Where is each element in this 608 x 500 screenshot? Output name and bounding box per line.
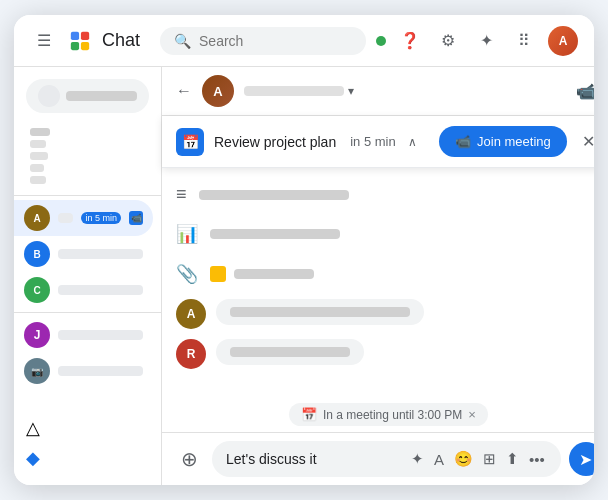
compose-button[interactable] xyxy=(26,79,149,113)
upload-button[interactable]: ⬆ xyxy=(504,448,521,470)
meeting-banner-icon: 📅 xyxy=(176,128,204,156)
message-row-incoming-2: R xyxy=(176,339,594,369)
menu-button[interactable]: ☰ xyxy=(30,27,58,55)
msg-text-1 xyxy=(230,307,410,317)
join-meeting-button[interactable]: 📹 Join meeting xyxy=(439,126,567,157)
msg-text-2 xyxy=(230,347,350,357)
chat-name-row: ▾ xyxy=(244,84,561,98)
calendar-icon-row[interactable]: ◆ xyxy=(26,447,149,469)
msg-avatar-2: R xyxy=(176,339,206,369)
meeting-time: in 5 min xyxy=(350,134,396,149)
message-row-incoming-1: A xyxy=(176,299,594,329)
sidebar-item-text xyxy=(58,249,143,259)
plus-icon: ⊕ xyxy=(181,447,198,471)
meeting-status-close-button[interactable]: × xyxy=(468,407,476,422)
meeting-banner: 📅 Review project plan in 5 min ∧ 📹 Join … xyxy=(162,116,594,168)
message-icon-row-1: ≡ xyxy=(176,180,594,209)
meet-icon-badge: 📹 xyxy=(129,211,143,225)
close-banner-button[interactable]: ✕ xyxy=(577,130,594,154)
avatar: A xyxy=(24,205,50,231)
help-button[interactable]: ❓ xyxy=(396,27,424,55)
chat-header-actions: 📹 xyxy=(571,76,594,106)
add-attachment-button[interactable]: ⊕ xyxy=(174,444,204,474)
sidebar: A in 5 min 📹 B C J 📷 xyxy=(14,67,162,485)
meeting-expand-icon[interactable]: ∧ xyxy=(408,135,417,149)
svg-rect-0 xyxy=(71,31,79,39)
avatar: B xyxy=(24,241,50,267)
chart-icon: 📊 xyxy=(176,223,198,245)
chat-header: ← A ▾ 📹 xyxy=(162,67,594,116)
calendar-icon: ◆ xyxy=(26,447,40,469)
meeting-status-chip: 📅 In a meeting until 3:00 PM × xyxy=(289,403,488,426)
send-button[interactable]: ➤ xyxy=(569,442,594,476)
svg-rect-3 xyxy=(81,41,89,49)
sidebar-item-dm1[interactable]: A in 5 min 📹 xyxy=(14,200,153,236)
chat-area: ← A ▾ 📹 📅 Review project plan xyxy=(162,67,594,485)
text-format-icon: A xyxy=(434,451,444,468)
top-bar-actions: ❓ ⚙ ✦ ⠿ A xyxy=(376,26,578,56)
message-icon-row-2: 📊 xyxy=(176,219,594,249)
calendar-small-icon: 📅 xyxy=(301,407,317,422)
main-content: A in 5 min 📹 B C J 📷 xyxy=(14,67,594,485)
search-bar[interactable]: 🔍 xyxy=(160,27,366,55)
input-area: ⊕ ✦ A 😊 ⊞ xyxy=(162,432,594,485)
search-icon: 🔍 xyxy=(174,33,191,49)
video-icon: 📹 xyxy=(576,82,594,101)
sidebar-section-icons xyxy=(14,121,153,191)
apps-icon: ⠿ xyxy=(518,31,530,50)
user-avatar[interactable]: A xyxy=(548,26,578,56)
sidebar-item-text xyxy=(58,330,143,340)
app-window: ☰ Chat 🔍 ❓ ⚙ ✦ xyxy=(14,15,594,485)
svg-rect-2 xyxy=(71,41,79,49)
svg-rect-1 xyxy=(81,31,89,39)
sidebar-item-text xyxy=(58,213,73,223)
attachment-icon: 📎 xyxy=(176,263,198,285)
back-button[interactable]: ← xyxy=(176,82,192,100)
app-logo xyxy=(68,29,92,53)
sidebar-item-text xyxy=(58,366,143,376)
avatar: 📷 xyxy=(24,358,50,384)
emoji-icon: 😊 xyxy=(454,450,473,467)
message-input-box: ✦ A 😊 ⊞ ⬆ xyxy=(212,441,561,477)
avatar: C xyxy=(24,277,50,303)
sidebar-item-dm5[interactable]: 📷 xyxy=(14,353,153,389)
apps-button[interactable]: ⠿ xyxy=(510,27,538,55)
meeting-title: Review project plan xyxy=(214,134,336,150)
chat-name xyxy=(244,86,344,96)
emoji-button[interactable]: 😊 xyxy=(452,448,475,470)
sidebar-item-dm4[interactable]: J xyxy=(14,317,153,353)
sidebar-item-dm2[interactable]: B xyxy=(14,236,153,272)
attach-button[interactable]: ⊞ xyxy=(481,448,498,470)
message-icon-row-3: 📎 xyxy=(176,259,594,289)
video-camera-icon: 📹 xyxy=(455,134,471,149)
message-input[interactable] xyxy=(226,451,401,467)
sidebar-item-dm3[interactable]: C xyxy=(14,272,153,308)
search-input[interactable] xyxy=(199,33,352,49)
grid-icon: ⊞ xyxy=(483,450,496,467)
msg-bubble-1 xyxy=(216,299,424,325)
drive-icon-row[interactable]: △ xyxy=(26,417,149,439)
more-button[interactable]: ••• xyxy=(527,449,547,470)
chevron-down-icon[interactable]: ▾ xyxy=(348,84,354,98)
messages-area: ≡ 📊 📎 A xyxy=(162,168,594,397)
help-icon: ❓ xyxy=(400,31,420,50)
meeting-badge: in 5 min xyxy=(81,212,121,224)
format-button[interactable]: A xyxy=(432,449,446,470)
drive-icon: △ xyxy=(26,417,40,439)
sidebar-item-text xyxy=(58,285,143,295)
sparkle-input-button[interactable]: ✦ xyxy=(409,448,426,470)
more-icon: ••• xyxy=(529,451,545,468)
video-call-button[interactable]: 📹 xyxy=(571,76,594,106)
sparkle-button[interactable]: ✦ xyxy=(472,27,500,55)
app-title: Chat xyxy=(102,30,140,51)
top-bar: ☰ Chat 🔍 ❓ ⚙ ✦ xyxy=(14,15,594,67)
upload-icon: ⬆ xyxy=(506,450,519,467)
avatar: J xyxy=(24,322,50,348)
sparkle-input-icon: ✦ xyxy=(411,450,424,467)
chat-avatar: A xyxy=(202,75,234,107)
menu-icon: ☰ xyxy=(37,31,51,50)
sparkle-icon: ✦ xyxy=(480,31,493,50)
gear-icon: ⚙ xyxy=(441,31,455,50)
settings-button[interactable]: ⚙ xyxy=(434,27,462,55)
msg-avatar-1: A xyxy=(176,299,206,329)
